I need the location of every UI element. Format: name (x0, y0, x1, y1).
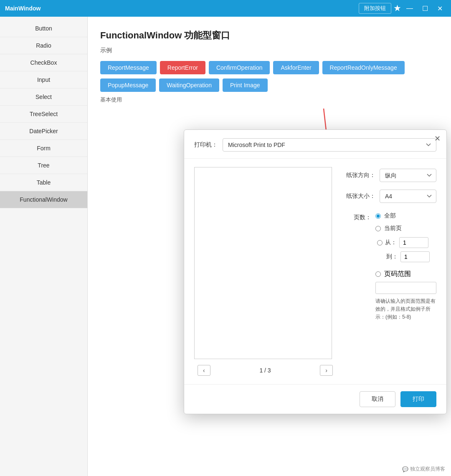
pages-section: 页数： 全部 当前页 (346, 212, 436, 322)
title-bar-left: MainWindow (5, 5, 41, 12)
to-row: 到： (377, 251, 436, 262)
paper-size-label: 纸张大小： (346, 192, 375, 200)
page-range-section: 页码范围 请确认输入的页面范围是有效的，并且格式如例子所示：(例如：5-8) (375, 270, 436, 322)
next-page-button[interactable]: › (320, 365, 333, 376)
pages-label: 页数： (346, 212, 371, 221)
radio-page-range[interactable] (375, 271, 381, 277)
sidebar-item-datepicker[interactable]: DatePicker (0, 123, 87, 140)
dialog-close-button[interactable]: ✕ (434, 134, 441, 143)
waiting-operation-button[interactable]: WaitingOperation (159, 78, 219, 92)
button-row-2: PopupMessage WaitingOperation Print Imag… (100, 78, 438, 92)
sidebar-item-tree[interactable]: Tree (0, 157, 87, 174)
confirm-operation-button[interactable]: ConfirmOperation (209, 61, 270, 74)
radio-all[interactable] (375, 213, 381, 219)
orientation-select[interactable]: 纵向 横向 (380, 169, 436, 182)
from-row: 从： (377, 237, 436, 248)
print-image-button[interactable]: Print Image (223, 78, 268, 92)
attach-button[interactable]: 附加按钮 (359, 3, 391, 14)
orientation-row: 纸张方向： 纵向 横向 (346, 169, 436, 182)
pages-options: 全部 当前页 (375, 212, 436, 322)
orientation-label: 纸张方向： (346, 172, 375, 179)
preview-nav: ‹ 1 / 3 › (194, 365, 336, 376)
main-layout: Button Radio CheckBox Input Select TreeS… (0, 17, 451, 476)
app-title: MainWindow (5, 5, 41, 12)
page-indicator: 1 / 3 (259, 367, 271, 374)
button-row-1: ReportMessage ReportError ConfirmOperati… (100, 61, 438, 74)
sidebar-item-radio[interactable]: Radio (0, 37, 87, 54)
askfor-enter-button[interactable]: AskforEnter (273, 61, 319, 74)
to-input[interactable] (400, 251, 430, 262)
page-range-radio-row: 页码范围 (375, 270, 436, 279)
sidebar-item-button[interactable]: Button (0, 20, 87, 37)
page-range-hint: 请确认输入的页面范围是有效的，并且格式如例子所示：(例如：5-8) (375, 297, 436, 322)
title-bar-controls: 附加按钮 ★ — ☐ ✕ (359, 3, 446, 14)
right-settings-panel: 纸张方向： 纵向 横向 纸张大小： A4 A3 Letter (346, 167, 436, 376)
cancel-button[interactable]: 取消 (360, 391, 395, 407)
close-button[interactable]: ✕ (434, 4, 446, 13)
dialog-footer: 取消 打印 (184, 384, 446, 414)
preview-area: ‹ 1 / 3 › (194, 167, 336, 376)
minimize-button[interactable]: — (403, 4, 416, 13)
sidebar-item-treeselect[interactable]: TreeSelect (0, 106, 87, 123)
sidebar-item-select[interactable]: Select (0, 89, 87, 106)
report-message-button[interactable]: ReportMessage (100, 61, 157, 74)
restore-button[interactable]: ☐ (419, 4, 431, 13)
radio-current-label: 当前页 (384, 225, 402, 232)
print-dialog: ✕ 打印机： Microsoft Print to PDF Microsoft … (184, 129, 447, 414)
section-label: 示例 (100, 47, 438, 54)
to-label: 到： (386, 253, 398, 261)
report-error-button[interactable]: ReportError (160, 61, 205, 74)
popup-message-button[interactable]: PopupMessage (100, 78, 156, 92)
page-title: FunctionalWindow 功能型窗口 (100, 29, 438, 42)
sidebar-item-form[interactable]: Form (0, 140, 87, 157)
star-icon: ★ (394, 4, 400, 13)
pages-row: 页数： 全部 当前页 (346, 212, 436, 322)
radio-all-label: 全部 (384, 212, 396, 220)
from-input[interactable] (399, 237, 428, 248)
radio-current-row[interactable]: 当前页 (375, 225, 436, 232)
page-range-label: 页码范围 (384, 270, 411, 279)
printer-label: 打印机： (194, 141, 218, 149)
radio-from-to[interactable] (377, 240, 383, 246)
title-bar: MainWindow 附加按钮 ★ — ☐ ✕ (0, 0, 451, 17)
sidebar-item-input[interactable]: Input (0, 71, 87, 89)
page-range-input[interactable] (375, 282, 436, 294)
sidebar-item-table[interactable]: Table (0, 174, 87, 191)
radio-all-row[interactable]: 全部 (375, 212, 436, 220)
basic-use-label: 基本使用 (100, 96, 438, 104)
printer-select[interactable]: Microsoft Print to PDF Microsoft XPS Doc… (223, 138, 436, 152)
print-button[interactable]: 打印 (400, 391, 436, 407)
from-label: 从： (385, 239, 397, 246)
report-readonly-button[interactable]: ReportReadOnlyMessage (322, 61, 405, 74)
sidebar-item-checkbox[interactable]: CheckBox (0, 54, 87, 71)
watermark: 💬 独立观察员博客 (402, 466, 445, 473)
dialog-body: ‹ 1 / 3 › 纸张方向： 纵向 横向 (184, 159, 446, 384)
paper-size-row: 纸张大小： A4 A3 Letter (346, 190, 436, 203)
sidebar: Button Radio CheckBox Input Select TreeS… (0, 17, 88, 476)
wechat-icon: 💬 (402, 466, 408, 472)
prev-page-button[interactable]: ‹ (198, 365, 210, 376)
page-preview (194, 167, 332, 359)
paper-size-select[interactable]: A4 A3 Letter (380, 190, 436, 203)
sidebar-item-functionalwindow[interactable]: FunctionalWindow (0, 191, 87, 208)
radio-current-page[interactable] (375, 226, 381, 231)
watermark-text: 独立观察员博客 (410, 466, 445, 473)
range-sub: 从： 到： (377, 237, 436, 262)
content-area: FunctionalWindow 功能型窗口 示例 ReportMessage … (88, 17, 451, 476)
printer-row: 打印机： Microsoft Print to PDF Microsoft XP… (184, 130, 446, 159)
